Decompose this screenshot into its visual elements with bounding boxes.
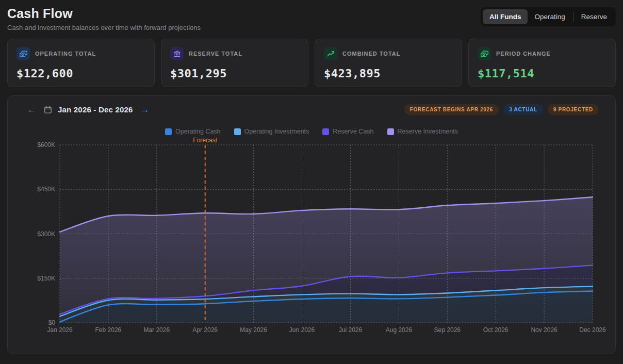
projected-count-badge: 9 PROJECTED bbox=[548, 104, 599, 115]
page-subtitle: Cash and investment balances over time w… bbox=[7, 24, 201, 31]
svg-text:Dec 2026: Dec 2026 bbox=[579, 326, 606, 334]
chart-header: ← Jan 2026 - Dec 2026 → FORECAST BEGINS … bbox=[17, 104, 606, 115]
stacked-area-chart[interactable]: $0$150K$300K$450K$600KJan 2026Feb 2026Ma… bbox=[17, 137, 606, 339]
legend-item-reserve-investments: Reserve Investments bbox=[387, 128, 458, 135]
legend-item-reserve-cash: Reserve Cash bbox=[322, 128, 373, 135]
chart-legend: Operating CashOperating InvestmentsReser… bbox=[17, 127, 606, 136]
legend-item-operating-investments: Operating Investments bbox=[234, 128, 309, 135]
svg-text:Apr 2026: Apr 2026 bbox=[192, 326, 218, 334]
svg-text:$150K: $150K bbox=[37, 275, 55, 282]
banknotes-icon bbox=[17, 47, 30, 60]
banknotes-icon bbox=[478, 47, 491, 60]
previous-period-button[interactable]: ← bbox=[25, 104, 38, 115]
stat-value: $117,514 bbox=[478, 67, 606, 80]
svg-text:$600K: $600K bbox=[37, 141, 55, 148]
stat-card-combined-total: COMBINED TOTAL $423,895 bbox=[315, 39, 462, 87]
page-header: Cash Flow Cash and investment balances o… bbox=[7, 6, 616, 31]
svg-text:Aug 2026: Aug 2026 bbox=[386, 326, 413, 334]
svg-text:Sep 2026: Sep 2026 bbox=[434, 326, 461, 334]
period-navigation: ← Jan 2026 - Dec 2026 → bbox=[25, 104, 152, 115]
svg-text:$0: $0 bbox=[48, 319, 56, 326]
svg-text:May 2026: May 2026 bbox=[240, 326, 267, 334]
next-period-button[interactable]: → bbox=[139, 104, 152, 115]
calendar-icon bbox=[44, 106, 52, 114]
legend-label: Operating Cash bbox=[175, 128, 221, 135]
tab-all-funds[interactable]: All Funds bbox=[483, 9, 528, 24]
stat-value: $122,600 bbox=[17, 67, 145, 80]
forecast-begins-badge: FORECAST BEGINS APR 2026 bbox=[404, 104, 499, 115]
legend-label: Reserve Investments bbox=[398, 128, 458, 135]
tab-operating[interactable]: Operating bbox=[528, 9, 571, 24]
legend-label: Reserve Cash bbox=[333, 128, 373, 135]
stat-card-operating-total: OPERATING TOTAL $122,600 bbox=[7, 39, 155, 87]
cash-flow-chart-panel: ← Jan 2026 - Dec 2026 → FORECAST BEGINS … bbox=[7, 95, 616, 354]
svg-text:Mar 2026: Mar 2026 bbox=[143, 326, 170, 334]
bank-icon bbox=[170, 47, 184, 60]
legend-swatch bbox=[165, 128, 172, 135]
svg-text:$300K: $300K bbox=[37, 230, 55, 238]
tab-divider bbox=[573, 12, 573, 22]
svg-text:Jan 2026: Jan 2026 bbox=[47, 326, 73, 334]
tab-reserve[interactable]: Reserve bbox=[575, 9, 614, 24]
legend-swatch bbox=[387, 128, 394, 135]
legend-item-operating-cash: Operating Cash bbox=[165, 128, 221, 135]
stat-card-period-change: PERIOD CHANGE $117,514 bbox=[468, 39, 616, 87]
legend-swatch bbox=[234, 128, 241, 135]
stat-label: OPERATING TOTAL bbox=[35, 51, 96, 57]
stat-label: RESERVE TOTAL bbox=[189, 51, 242, 57]
svg-text:Feb 2026: Feb 2026 bbox=[95, 326, 122, 334]
svg-text:$450K: $450K bbox=[37, 186, 55, 193]
trending-up-icon bbox=[324, 47, 337, 60]
svg-text:Oct 2026: Oct 2026 bbox=[483, 326, 509, 334]
stat-value: $301,295 bbox=[170, 67, 299, 80]
stat-card-reserve-total: RESERVE TOTAL $301,295 bbox=[161, 39, 308, 87]
forecast-label: Forecast bbox=[193, 137, 217, 144]
actual-count-badge: 3 ACTUAL bbox=[503, 104, 543, 115]
svg-text:Nov 2026: Nov 2026 bbox=[531, 326, 558, 334]
stat-value: $423,895 bbox=[324, 67, 453, 80]
fund-filter-tabs: All Funds Operating Reserve bbox=[481, 7, 616, 26]
chart-svg: $0$150K$300K$450K$600KJan 2026Feb 2026Ma… bbox=[17, 137, 607, 337]
status-badges: FORECAST BEGINS APR 2026 3 ACTUAL 9 PROJ… bbox=[404, 104, 599, 115]
svg-text:Jun 2026: Jun 2026 bbox=[289, 326, 315, 334]
legend-label: Operating Investments bbox=[244, 128, 309, 135]
title-block: Cash Flow Cash and investment balances o… bbox=[7, 6, 201, 31]
page-title: Cash Flow bbox=[7, 6, 201, 21]
stat-label: PERIOD CHANGE bbox=[496, 51, 551, 57]
stat-label: COMBINED TOTAL bbox=[342, 51, 400, 57]
period-range-label: Jan 2026 - Dec 2026 bbox=[58, 105, 133, 114]
legend-swatch bbox=[322, 128, 329, 135]
stat-cards-row: OPERATING TOTAL $122,600 RESERVE TOTAL $… bbox=[7, 39, 616, 87]
svg-text:Jul 2026: Jul 2026 bbox=[339, 326, 363, 334]
